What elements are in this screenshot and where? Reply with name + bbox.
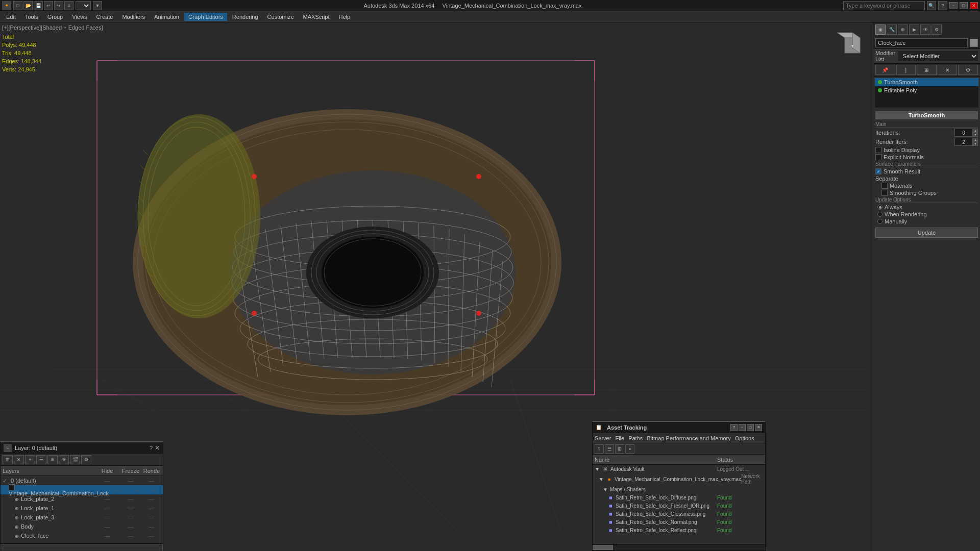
- layers-settings-btn[interactable]: ⚙: [81, 455, 91, 464]
- list-item[interactable]: ▼ Maps / Shaders: [593, 485, 765, 493]
- make-unique-btn[interactable]: ⊞: [917, 65, 937, 75]
- options-btn[interactable]: ≡: [64, 1, 74, 10]
- minimize-btn[interactable]: –: [949, 2, 958, 9]
- at-restore-btn[interactable]: □: [747, 424, 754, 431]
- list-item[interactable]: ◼ Satin_Retro_Safe_lock_Reflect.png Foun…: [593, 526, 765, 534]
- workspace-selector[interactable]: Workspace: Default: [76, 1, 91, 10]
- layers-close-btn[interactable]: ✕: [155, 444, 160, 452]
- menu-bar: Edit Tools Group Views Create Modifiers …: [0, 11, 980, 22]
- menu-graph-editors[interactable]: Graph Editors: [184, 13, 227, 21]
- menu-help[interactable]: Help: [335, 13, 355, 21]
- list-item[interactable]: ⊕Clock_face — — —: [1, 531, 163, 538]
- list-item[interactable]: ▼ 🏛 Autodesk Vault Logged Out ...: [593, 465, 765, 473]
- list-item[interactable]: ◼ Satin_Retro_Safe_lock_Diffuse.png Foun…: [593, 493, 765, 502]
- save-btn[interactable]: 💾: [34, 1, 43, 10]
- ts-update-btn[interactable]: Update: [875, 228, 978, 238]
- list-item[interactable]: ◼ Satin_Retro_Safe_lock_Normal.png Found: [593, 518, 765, 526]
- at-menu-bitmap[interactable]: Bitmap Performance and Memory: [647, 435, 730, 441]
- close-btn[interactable]: ✕: [970, 2, 978, 9]
- rp-display-icon[interactable]: ◉: [875, 24, 886, 35]
- rp-utility-icon[interactable]: ⚙: [932, 24, 942, 35]
- at-menu-server[interactable]: Server: [595, 435, 611, 441]
- menu-create[interactable]: Create: [92, 13, 117, 21]
- list-item[interactable]: ⊕Body — — —: [1, 522, 163, 531]
- list-item[interactable]: ⊕Lock_plate_1 — — —: [1, 504, 163, 513]
- ts-when-rendering-radio[interactable]: [877, 212, 883, 217]
- viewport[interactable]: [+][Perspective][Shaded + Edged Faces] T…: [0, 22, 873, 551]
- rp-hierarchy-icon[interactable]: ⊕: [898, 24, 908, 35]
- menu-edit[interactable]: Edit: [2, 13, 20, 21]
- open-btn[interactable]: 📂: [23, 1, 33, 10]
- at-menu-options[interactable]: Options: [735, 435, 754, 441]
- ts-iterations-up[interactable]: ▲: [973, 129, 978, 133]
- menu-tools[interactable]: Tools: [21, 13, 42, 21]
- ts-isoline-checkbox[interactable]: [875, 147, 881, 153]
- at-close-btn[interactable]: ✕: [755, 424, 762, 431]
- layers-select-btn[interactable]: ☰: [36, 455, 46, 464]
- list-item[interactable]: ◼ Satin_Retro_Safe_lock_Glossiness.png F…: [593, 510, 765, 518]
- modifier-turbosmooth[interactable]: TurboSmooth: [875, 78, 978, 86]
- ts-manually-radio[interactable]: [877, 219, 883, 224]
- rp-display2-icon[interactable]: 👁: [920, 24, 930, 35]
- at-tb-btn3[interactable]: ⊞: [615, 444, 624, 454]
- pin-stack-btn[interactable]: 📌: [875, 65, 895, 75]
- ts-iterations-down[interactable]: ▼: [973, 133, 978, 137]
- ts-iterations-input[interactable]: [954, 129, 973, 137]
- at-tb-btn2[interactable]: ☰: [605, 444, 614, 454]
- menu-modifiers[interactable]: Modifiers: [118, 13, 149, 21]
- object-name-input[interactable]: [875, 38, 968, 47]
- rp-modify-icon[interactable]: 🔧: [887, 24, 897, 35]
- menu-group[interactable]: Group: [43, 13, 67, 21]
- list-item[interactable]: Vintage_Mechanical_Combination_Lock — — …: [1, 485, 163, 494]
- layers-scrollbar-horizontal[interactable]: [1, 543, 163, 550]
- redo-btn[interactable]: ↪: [54, 1, 63, 10]
- layers-add-selected-btn[interactable]: +: [25, 455, 35, 464]
- at-help-btn[interactable]: ?: [730, 424, 738, 431]
- modifier-list-dropdown[interactable]: Select Modifier: [898, 51, 978, 61]
- at-tb-btn4[interactable]: ≡: [625, 444, 634, 454]
- layers-render-btn[interactable]: 🎬: [70, 455, 80, 464]
- layers-freeze-btn[interactable]: ❄: [47, 455, 58, 464]
- rp-motion-icon[interactable]: ▶: [909, 24, 919, 35]
- layers-help-btn[interactable]: ?: [150, 445, 153, 451]
- layers-hide-btn[interactable]: 👁: [59, 455, 69, 464]
- ts-explicit-normals-checkbox[interactable]: [875, 154, 881, 160]
- menu-customize[interactable]: Customize: [263, 13, 298, 21]
- ts-always-radio[interactable]: [877, 205, 883, 210]
- help-icon[interactable]: ?: [938, 1, 947, 10]
- maximize-btn[interactable]: □: [960, 2, 968, 9]
- at-tb-btn1[interactable]: ?: [595, 444, 604, 454]
- ts-materials-checkbox[interactable]: [881, 183, 888, 189]
- show-end-btn[interactable]: |: [896, 65, 916, 75]
- list-item[interactable]: ▼ ■ Vintage_Mechanical_Combination_Lock_…: [593, 473, 765, 485]
- list-item[interactable]: ⊕Lock_plate_3 — — —: [1, 513, 163, 522]
- undo-btn[interactable]: ↩: [44, 1, 53, 10]
- remove-modifier-btn[interactable]: ✕: [938, 65, 958, 75]
- workspace-arrow[interactable]: ▼: [93, 1, 102, 10]
- ts-render-iters-down[interactable]: ▼: [973, 142, 978, 146]
- list-item[interactable]: ◼ Satin_Retro_Safe_lock_Fresnel_IOR.png …: [593, 502, 765, 510]
- navigation-cube[interactable]: T: [837, 28, 868, 58]
- search-icon[interactable]: 🔍: [927, 1, 936, 10]
- layers-new-btn[interactable]: ⊞: [3, 455, 13, 464]
- at-menu-file[interactable]: File: [615, 435, 624, 441]
- modifier-editable-poly[interactable]: Editable Poly: [875, 86, 978, 94]
- ts-smoothing-groups-checkbox[interactable]: [881, 190, 888, 196]
- menu-animation[interactable]: Animation: [150, 13, 183, 21]
- search-input[interactable]: [843, 1, 925, 10]
- ts-smooth-result-checkbox[interactable]: ✓: [875, 168, 881, 174]
- layers-delete-btn[interactable]: ✕: [14, 455, 24, 464]
- configure-btn[interactable]: ⚙: [958, 65, 978, 75]
- menu-views[interactable]: Views: [68, 13, 91, 21]
- at-menu-paths[interactable]: Paths: [628, 435, 643, 441]
- object-color-swatch[interactable]: [970, 39, 978, 47]
- at-scrollbar-horizontal[interactable]: [593, 544, 765, 550]
- menu-rendering[interactable]: Rendering: [228, 13, 262, 21]
- ts-render-iters-up[interactable]: ▲: [973, 138, 978, 142]
- ts-manually-row: Manually: [875, 218, 978, 224]
- ts-render-iters-input[interactable]: [954, 138, 973, 146]
- new-btn[interactable]: □: [13, 1, 22, 10]
- menu-maxscript[interactable]: MAXScript: [299, 13, 334, 21]
- at-minimize-btn[interactable]: –: [739, 424, 746, 431]
- list-item[interactable]: ⊕Lock_plate_2 — — —: [1, 494, 163, 504]
